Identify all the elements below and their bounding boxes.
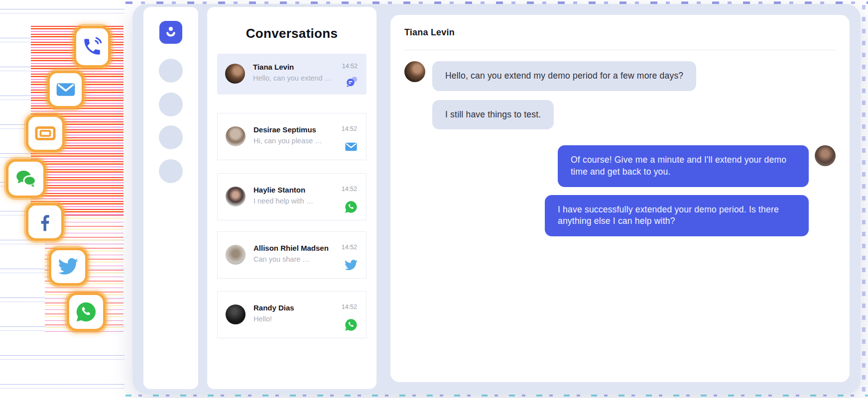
channel-tile-email [47,71,84,108]
sidebar-nav-placeholder[interactable] [159,125,183,149]
avatar [226,187,246,206]
channel-tile-phone [74,26,111,68]
glitch-artifact [862,5,866,393]
whatsapp-icon [344,200,358,214]
conversations-title: Conversations [207,26,376,41]
app-window: Conversations Tiana Levin Hello, can you… [132,4,861,394]
whatsapp-icon [344,318,358,332]
chat-panel: Tiana Levin Hello, can you extend my dem… [390,15,850,382]
message-row: I still have things to test. [432,100,836,130]
conversations-panel: Conversations Tiana Levin Hello, can you… [207,7,376,389]
conversation-name: Allison Rhiel Madsen [253,244,329,252]
email-icon [344,140,358,154]
live-chat-icon [345,75,359,89]
conversation-time: 14:52 [342,244,357,251]
conversation-item[interactable]: Allison Rhiel Madsen Can you share … 14:… [217,231,367,279]
incoming-message-bubble: I still have things to test. [432,100,554,130]
channel-tile-live-chat [6,159,46,198]
channel-tile-facebook [26,203,64,241]
conversation-name: Haylie Stanton [253,186,305,194]
outgoing-message-bubble: Of course! Give me a minute and I'll ext… [558,145,809,187]
outgoing-message-bubble: I have successfully extended your demo p… [545,195,809,236]
conversation-name: Tiana Levin [253,63,294,71]
twitter-icon [57,256,79,278]
avatar [815,145,836,166]
conversation-preview: Hello! [253,315,272,323]
channel-tile-ticket [26,114,65,152]
channel-tile-whatsapp [67,293,106,331]
chat-messages: Hello, can you extend my demo period for… [390,50,850,382]
conversation-name: Desirae Septimus [253,125,316,134]
ticket-icon [34,122,57,145]
avatar [226,245,246,265]
sidebar-nav-placeholder[interactable] [159,159,183,183]
avatar [404,61,425,82]
conversation-preview: Hello, can you extend … [253,74,332,82]
conversation-item[interactable]: Desirae Septimus Hi, can you please … 14… [217,113,367,160]
app-logo [159,21,182,44]
message-row: Hello, can you extend my demo period for… [404,61,836,91]
conversation-item[interactable]: Randy Dias Hello! 14:52 [217,291,367,338]
avatar [226,126,246,146]
page: Conversations Tiana Levin Hello, can you… [0,0,868,398]
conversation-time: 14:52 [342,186,357,193]
phone-icon [82,36,103,57]
avatar [226,304,246,324]
conversation-preview: I need help with … [253,197,313,205]
conversation-time: 14:52 [342,63,358,70]
twitter-icon [344,258,358,272]
conversation-name: Randy Dias [253,303,294,312]
channel-tile-twitter [49,248,88,286]
email-icon [55,79,77,100]
message-row: I have successfully extended your demo p… [404,195,836,236]
chat-bubbles-icon [14,167,37,190]
sidebar [143,7,198,389]
conversation-time: 14:52 [342,125,357,132]
conversation-preview: Hi, can you please … [253,137,322,145]
conversation-time: 14:52 [342,303,357,310]
support-agent-icon [163,24,178,41]
conversation-preview: Can you share … [253,255,310,263]
glitch-artifact [125,395,868,397]
whatsapp-icon [75,300,98,323]
sidebar-nav-placeholder[interactable] [159,93,183,116]
incoming-message-bubble: Hello, can you extend my demo period for… [432,61,696,91]
message-row: Of course! Give me a minute and I'll ext… [404,145,836,187]
sidebar-nav-placeholder[interactable] [159,59,183,83]
conversation-item[interactable]: Haylie Stanton I need help with … 14:52 [217,173,367,220]
conversation-item[interactable]: Tiana Levin Hello, can you extend … 14:5… [217,54,367,95]
avatar [225,64,245,84]
facebook-icon [34,211,56,233]
chat-header-name: Tiana Levin [404,15,836,50]
